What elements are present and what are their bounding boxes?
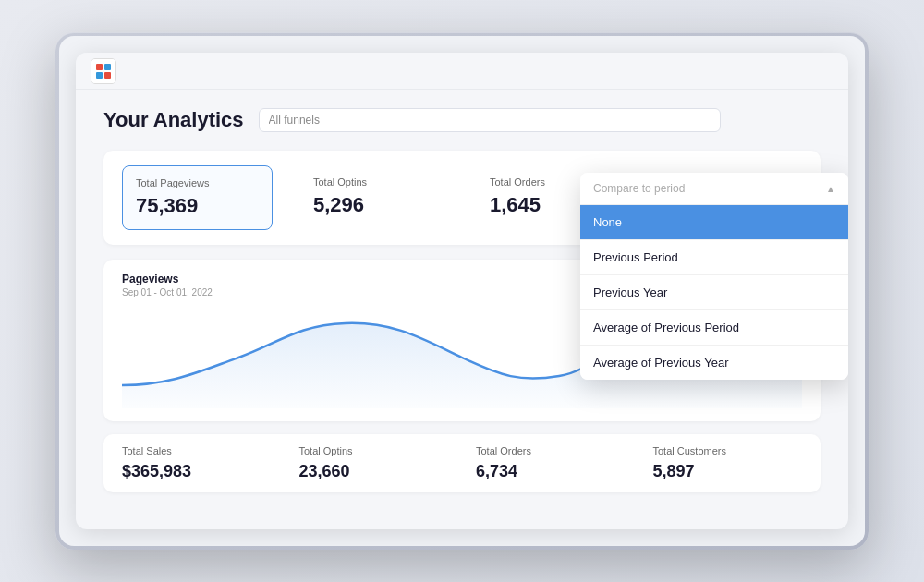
bottom-label-sales: Total Sales (122, 445, 272, 456)
dropdown-option-previous-period[interactable]: Previous Period (580, 239, 848, 274)
bottom-value-sales: $365,983 (122, 462, 272, 481)
bottom-value-optins: 23,660 (299, 462, 449, 481)
funnel-select[interactable]: All funnels (259, 108, 721, 132)
bottom-metric-sales[interactable]: Total Sales $365,983 (122, 445, 272, 481)
svg-rect-0 (96, 64, 103, 70)
bottom-value-orders: 6,734 (476, 462, 626, 481)
svg-rect-2 (96, 72, 103, 79)
metric-label-optins: Total Optins (313, 176, 436, 188)
bottom-label-optins: Total Optins (299, 445, 449, 456)
page-title: Your Analytics (103, 108, 244, 132)
inner-frame: Your Analytics All funnels Total Pagevie… (59, 36, 865, 546)
outer-frame: Your Analytics All funnels Total Pagevie… (55, 32, 869, 550)
header-row: Your Analytics All funnels (103, 108, 821, 132)
bottom-metrics-row: Total Sales $365,983 Total Optins 23,660… (103, 434, 821, 492)
dropdown-option-avg-previous-year[interactable]: Average of Previous Year (580, 345, 848, 380)
bottom-metric-orders[interactable]: Total Orders 6,734 (476, 445, 626, 481)
app-logo (91, 58, 116, 84)
dropdown-option-none[interactable]: None (580, 205, 848, 239)
dropdown-option-avg-previous-period[interactable]: Average of Previous Period (580, 309, 848, 345)
dropdown-header-label: Compare to period (593, 182, 685, 195)
bottom-metric-customers[interactable]: Total Customers 5,897 (653, 445, 803, 481)
main-content: Your Analytics All funnels Total Pagevie… (76, 90, 848, 529)
metric-card-optins[interactable]: Total Optins 5,296 (300, 165, 449, 230)
metric-card-pageviews[interactable]: Total Pageviews 75,369 (122, 165, 273, 230)
bottom-label-customers: Total Customers (653, 445, 803, 456)
bottom-value-customers: 5,897 (653, 462, 803, 481)
logo-svg (94, 62, 113, 80)
compare-dropdown[interactable]: Compare to period ▲ None Previous Period… (580, 173, 848, 380)
metric-value-optins: 5,296 (313, 193, 436, 217)
app-window: Your Analytics All funnels Total Pagevie… (76, 53, 848, 529)
bottom-label-orders: Total Orders (476, 445, 626, 456)
metric-value-pageviews: 75,369 (136, 194, 259, 218)
dropdown-option-previous-year[interactable]: Previous Year (580, 274, 848, 309)
chevron-up-icon: ▲ (826, 184, 835, 194)
metric-label-pageviews: Total Pageviews (136, 177, 259, 188)
dropdown-header[interactable]: Compare to period ▲ (580, 173, 848, 205)
bottom-metric-optins[interactable]: Total Optins 23,660 (299, 445, 449, 481)
svg-rect-3 (104, 72, 111, 79)
svg-rect-1 (104, 64, 111, 70)
top-bar (76, 53, 848, 90)
chart-section: Pageviews Sep 01 - Oct 01, 2022 (103, 260, 821, 421)
